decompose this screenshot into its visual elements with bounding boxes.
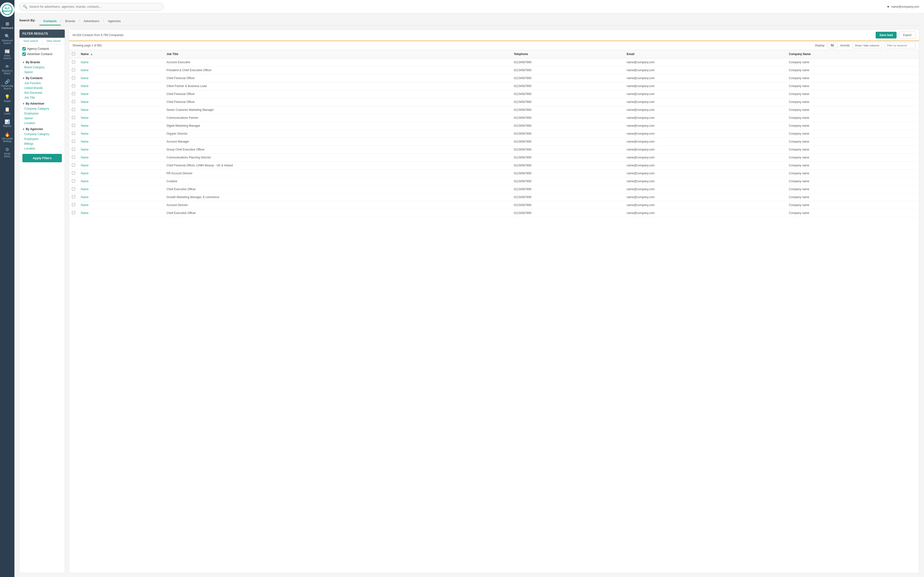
apply-filters-button[interactable]: Apply Filters	[23, 154, 62, 162]
row-checkbox[interactable]	[72, 100, 75, 103]
row-name[interactable]: Name	[78, 185, 164, 193]
row-name[interactable]: Name	[78, 193, 164, 201]
filter-advertiser-location[interactable]: Location	[19, 121, 65, 126]
filter-group-contacts-label: By Contacts	[26, 76, 43, 80]
row-checkbox[interactable]	[72, 60, 75, 63]
filter-brand-category[interactable]: Brand Category	[19, 65, 65, 70]
row-name[interactable]: Name	[78, 58, 164, 66]
tab-agencies[interactable]: Agencies	[104, 17, 124, 26]
row-name[interactable]: Name	[78, 177, 164, 185]
row-checkbox-cell	[69, 114, 78, 122]
sidebar-item-reports[interactable]: 📊 Reports	[0, 117, 15, 130]
row-job-title: Chief Executive Officer	[164, 185, 511, 193]
row-checkbox[interactable]	[72, 124, 75, 127]
save-search-button[interactable]: Save search	[19, 38, 42, 44]
export-button[interactable]: Export	[899, 32, 916, 39]
filter-group-by-contacts[interactable]: ▼ By Contacts	[19, 74, 65, 81]
row-name[interactable]: Name	[78, 154, 164, 161]
sidebar-item-advanced-search[interactable]: 🔍 Advanced Search	[0, 32, 15, 47]
col-header-name[interactable]: Name ▲	[78, 50, 164, 58]
row-checkbox[interactable]	[72, 211, 75, 214]
row-name[interactable]: Name	[78, 146, 164, 154]
row-checkbox[interactable]	[72, 76, 75, 79]
filter-group-by-brands[interactable]: ▼ By Brands	[19, 59, 65, 65]
tab-contacts[interactable]: Contacts	[39, 17, 61, 26]
row-name[interactable]: Name	[78, 90, 164, 98]
row-company: Company name	[786, 82, 919, 90]
display-count-input[interactable]	[827, 43, 838, 48]
search-icon: 🔍	[23, 5, 27, 9]
row-email: name@company.com	[624, 169, 786, 177]
row-checkbox[interactable]	[72, 171, 75, 174]
row-checkbox[interactable]	[72, 156, 75, 159]
row-checkbox[interactable]	[72, 179, 75, 182]
agency-contacts-checkbox[interactable]	[23, 47, 26, 50]
filter-brand-spend[interactable]: Spend	[19, 70, 65, 74]
row-name[interactable]: Name	[78, 130, 164, 138]
sidebar-item-leads[interactable]: 📋 Leads	[0, 105, 15, 117]
sidebar-item-brands-to-watch[interactable]: 👁 Brands to Watch	[0, 62, 15, 77]
sidebar-item-email-alerts[interactable]: ⚙ Email Alerts	[0, 145, 15, 160]
filter-agency-location[interactable]: Location	[19, 146, 65, 151]
row-telephone: 01234567890	[511, 169, 624, 177]
app-logo[interactable]: ALFINSIGHT	[0, 2, 15, 17]
filter-not-disclosed[interactable]: Not Disclosed	[19, 90, 65, 95]
search-input[interactable]	[29, 5, 160, 8]
filter-job-title[interactable]: Job Title	[19, 95, 65, 100]
advertiser-contacts-checkbox[interactable]	[23, 52, 26, 56]
row-name[interactable]: Name	[78, 74, 164, 82]
sidebar-item-hot-leads-settings[interactable]: 🔥 Hot Leads Settings	[0, 130, 15, 145]
filter-agency-billings[interactable]: Billings	[19, 141, 65, 146]
filter-group-by-advertiser[interactable]: ▼ By Advertiser	[19, 100, 65, 106]
select-all-checkbox[interactable]	[72, 52, 75, 55]
filter-group-by-agencies[interactable]: ▼ By Agencies	[19, 126, 65, 132]
row-checkbox-cell	[69, 66, 78, 74]
row-checkbox[interactable]	[72, 108, 75, 111]
row-checkbox[interactable]	[72, 187, 75, 190]
sidebar-item-news-search[interactable]: 📰 News Search	[0, 47, 15, 62]
sidebar-item-partnership-search[interactable]: 🔗 Partnership Search	[0, 77, 15, 92]
filter-advertiser-spend[interactable]: Spend	[19, 116, 65, 121]
row-name[interactable]: Name	[78, 161, 164, 169]
row-checkbox[interactable]	[72, 116, 75, 119]
filter-keyword-input[interactable]	[884, 43, 916, 48]
row-checkbox[interactable]	[72, 203, 75, 206]
row-name[interactable]: Name	[78, 209, 164, 217]
row-checkbox[interactable]	[72, 148, 75, 151]
show-hide-columns-button[interactable]: Show / hide columns	[852, 43, 882, 48]
filter-linked-brands[interactable]: Linked Brands	[19, 85, 65, 90]
filter-job-function[interactable]: Job Function	[19, 81, 65, 85]
row-checkbox[interactable]	[72, 68, 75, 71]
row-checkbox[interactable]	[72, 195, 75, 198]
save-lead-button[interactable]: Save lead	[876, 32, 897, 39]
row-name[interactable]: Name	[78, 201, 164, 209]
row-name[interactable]: Name	[78, 98, 164, 106]
row-checkbox[interactable]	[72, 163, 75, 167]
row-checkbox[interactable]	[72, 132, 75, 135]
row-name[interactable]: Name	[78, 122, 164, 130]
row-telephone: 01234567890	[511, 130, 624, 138]
row-name[interactable]: Name	[78, 82, 164, 90]
filter-advertiser-employees[interactable]: Employees	[19, 111, 65, 116]
view-saved-button[interactable]: View Saved	[42, 38, 65, 44]
row-name[interactable]: Name	[78, 66, 164, 74]
sidebar-item-dashboard[interactable]: ⊞ Dashboard	[0, 19, 15, 32]
row-name[interactable]: Name	[78, 138, 164, 146]
sidebar-item-insight[interactable]: 💡 Insight	[0, 92, 15, 105]
row-name[interactable]: Name	[78, 169, 164, 177]
row-checkbox[interactable]	[72, 92, 75, 95]
row-name[interactable]: Name	[78, 106, 164, 114]
filter-agency-employees[interactable]: Employees	[19, 137, 65, 141]
row-checkbox[interactable]	[72, 84, 75, 87]
filter-advertiser-contacts[interactable]: Advertiser Contacts	[23, 52, 62, 57]
row-name[interactable]: Name	[78, 114, 164, 122]
filter-agency-company-category[interactable]: Company Category	[19, 132, 65, 137]
row-checkbox[interactable]	[72, 140, 75, 143]
tab-advertisers[interactable]: Advertisers	[80, 17, 103, 26]
global-search-bar[interactable]: 🔍	[19, 3, 164, 11]
filter-agency-contacts[interactable]: Agency Contacts	[23, 46, 62, 52]
tab-brands[interactable]: Brands	[61, 17, 79, 26]
row-checkbox-cell	[69, 122, 78, 130]
filter-advertiser-company-category[interactable]: Company Category	[19, 106, 65, 111]
row-email: name@company.com	[624, 146, 786, 154]
